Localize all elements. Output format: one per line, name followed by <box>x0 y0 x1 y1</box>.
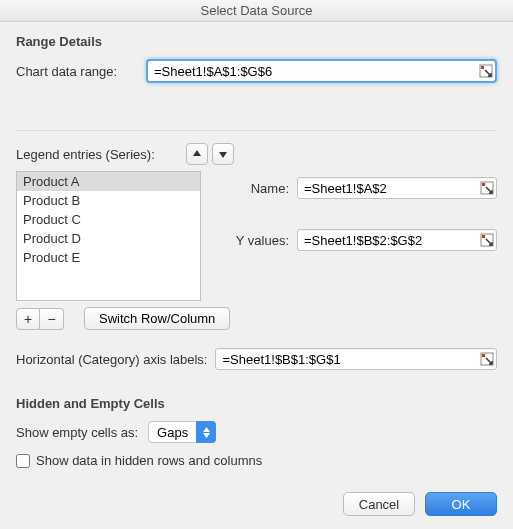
list-item[interactable]: Product C <box>17 210 200 229</box>
ok-button[interactable]: OK <box>425 492 497 516</box>
cancel-button[interactable]: Cancel <box>343 492 415 516</box>
horizontal-axis-label: Horizontal (Category) axis labels: <box>16 352 207 367</box>
series-listbox[interactable]: Product A Product B Product C Product D … <box>16 171 201 301</box>
show-empty-cells-select[interactable]: Gaps <box>148 421 216 443</box>
range-picker-icon[interactable] <box>478 230 496 250</box>
move-down-button[interactable] <box>212 143 234 165</box>
show-hidden-label: Show data in hidden rows and columns <box>36 453 262 468</box>
chart-data-range-field[interactable] <box>146 59 497 83</box>
window-title: Select Data Source <box>0 0 513 22</box>
svg-rect-3 <box>482 183 485 186</box>
svg-rect-7 <box>482 354 485 357</box>
series-name-field[interactable] <box>297 177 497 199</box>
range-picker-icon[interactable] <box>478 178 496 198</box>
svg-rect-1 <box>481 66 484 69</box>
move-up-button[interactable] <box>186 143 208 165</box>
svg-rect-5 <box>482 235 485 238</box>
list-item[interactable]: Product A <box>17 172 200 191</box>
horizontal-axis-field[interactable] <box>215 348 497 370</box>
list-item[interactable]: Product E <box>17 248 200 267</box>
remove-series-button[interactable]: − <box>40 308 64 330</box>
show-empty-cells-label: Show empty cells as: <box>16 425 138 440</box>
series-yvalues-label: Y values: <box>219 233 289 248</box>
chart-data-range-input[interactable] <box>148 61 477 81</box>
add-series-button[interactable]: + <box>16 308 40 330</box>
range-picker-icon[interactable] <box>478 349 496 369</box>
series-name-input[interactable] <box>298 178 478 198</box>
list-item[interactable]: Product D <box>17 229 200 248</box>
range-details-heading: Range Details <box>16 34 497 49</box>
hidden-empty-heading: Hidden and Empty Cells <box>16 396 497 411</box>
series-yvalues-field[interactable] <box>297 229 497 251</box>
list-item[interactable]: Product B <box>17 191 200 210</box>
switch-row-column-button[interactable]: Switch Row/Column <box>84 307 230 330</box>
show-hidden-checkbox[interactable] <box>16 454 30 468</box>
series-yvalues-input[interactable] <box>298 230 478 250</box>
horizontal-axis-input[interactable] <box>216 349 478 369</box>
series-name-label: Name: <box>219 181 289 196</box>
range-picker-icon[interactable] <box>477 61 495 81</box>
chart-data-range-label: Chart data range: <box>16 64 146 79</box>
legend-entries-label: Legend entries (Series): <box>16 147 155 162</box>
